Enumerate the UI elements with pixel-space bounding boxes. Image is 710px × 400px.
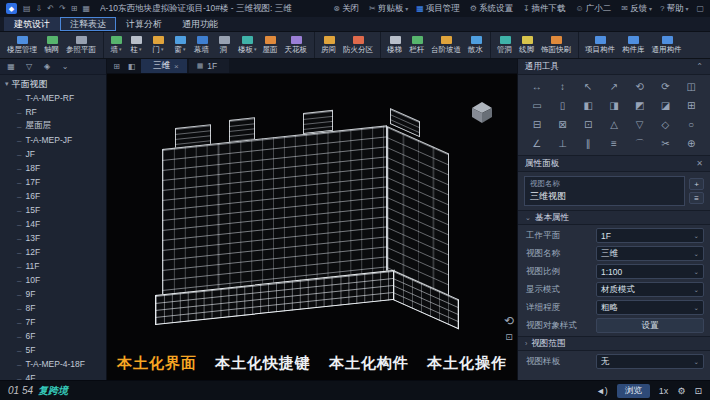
quick-tool-icon[interactable]: ↶ [47,4,54,13]
ribbon-tool-button[interactable]: 门 ▾ [147,32,169,58]
modify-tool-icon[interactable]: ▯ [550,97,576,114]
viewport-mode-icon[interactable]: ⊡ [505,332,513,342]
ribbon-tool-button[interactable]: 散水 [465,32,487,58]
modify-tool-icon[interactable]: ⟳ [653,78,679,95]
view-layout-icon[interactable]: ◧ [124,59,139,73]
property-value-control[interactable]: 三维 ⌄ [596,246,704,261]
property-value-control[interactable]: 粗略 ⌄ [596,300,704,315]
ribbon-tool-button[interactable]: 防火分区 [340,32,377,58]
tree-item-floor[interactable]: ‒ 13F [0,231,106,245]
window-restore-icon[interactable]: ▢ [696,4,704,13]
tree-item-floor[interactable]: ‒ 17F [0,175,106,189]
view-range-section[interactable]: › 视图范围 [518,336,710,351]
titlebar-menu-item[interactable]: ⊗ 关闭 [333,3,361,15]
titlebar-menu-item[interactable]: ☺ 广小二 [576,3,614,15]
quick-tool-icon[interactable]: ▦ [82,4,90,13]
ribbon-tab[interactable]: 建筑设计 [4,17,60,31]
browser-tool-icon[interactable]: ◈ [39,60,55,73]
titlebar-menu-item[interactable]: ▦ 项目管理 [416,3,462,15]
fullscreen-icon[interactable]: ⊡ [694,386,702,396]
modify-tool-icon[interactable]: ◩ [627,97,653,114]
close-icon[interactable]: ✕ [696,159,703,168]
tree-item-floor[interactable]: ‒ 屋面层 [0,119,106,133]
list-button[interactable]: ≡ [689,192,704,204]
modify-tool-icon[interactable]: ⊠ [550,116,576,133]
close-icon[interactable]: × [174,62,179,71]
tree-item-floor[interactable]: ‒ RF [0,105,106,119]
quick-tool-icon[interactable]: ↷ [59,4,66,13]
tree-root-plan-views[interactable]: ▾ 平面视图 [0,77,106,91]
tree-item-floor[interactable]: ‒ 18F [0,161,106,175]
quick-tool-icon[interactable]: ⇩ [36,4,43,13]
modify-tool-icon[interactable]: ◧ [575,97,601,114]
modify-tool-icon[interactable]: ⊥ [550,135,576,152]
tree-item-floor[interactable]: ‒ 10F [0,273,106,287]
property-value-control[interactable]: 材质模式 ⌄ [596,282,704,297]
ribbon-tool-button[interactable]: 房间 [314,32,340,58]
modify-tool-icon[interactable]: ↗ [601,78,627,95]
modify-tool-icon[interactable]: ▭ [524,97,550,114]
ribbon-tool-button[interactable]: 构件库 [619,32,649,58]
tree-item-floor[interactable]: ‒ 11F [0,259,106,273]
modify-tool-icon[interactable]: ≡ [601,135,627,152]
common-tools-header[interactable]: 通用工具 ⌃ [518,59,710,75]
modify-tool-icon[interactable]: ✂ [653,135,679,152]
quick-tool-icon[interactable]: ⊞ [71,4,78,13]
browser-tool-icon[interactable]: ▽ [21,60,37,73]
ribbon-tool-button[interactable]: 洞 [213,32,235,58]
tree-item-floor[interactable]: ‒ 7F [0,315,106,329]
modify-tool-icon[interactable]: ○ [678,116,704,133]
ribbon-tool-button[interactable]: 楼板 ▾ [235,32,260,58]
tree-item-floor[interactable]: ‒ T-A-MEP-4-18F [0,357,106,371]
ribbon-tool-button[interactable]: 管洞 [490,32,516,58]
ribbon-tab[interactable]: 注释表达 [60,17,116,31]
titlebar-menu-item[interactable]: ✉ 反馈 ▾ [621,3,652,15]
ribbon-tool-button[interactable]: 项目构件 [578,32,619,58]
ribbon-tool-button[interactable]: 柱 ▾ [125,32,147,58]
tree-item-floor[interactable]: ‒ 8F [0,301,106,315]
view-layout-icon[interactable]: ⊞ [109,59,124,73]
modify-tool-icon[interactable]: ↕ [550,78,576,95]
tree-item-floor[interactable]: ‒ 4F [0,371,106,380]
modify-tool-icon[interactable]: ◨ [601,97,627,114]
view-selector[interactable]: 视图名称 三维视图 [524,176,685,206]
tree-item-floor[interactable]: ‒ T-A-MEP-RF [0,91,106,105]
modify-tool-icon[interactable]: ↖ [575,78,601,95]
add-button[interactable]: + [689,178,704,190]
settings-icon[interactable]: ⚙ [677,386,685,396]
tree-item-floor[interactable]: ‒ 6F [0,329,106,343]
modify-tool-icon[interactable]: ⊕ [678,135,704,152]
ribbon-tool-button[interactable]: 屋面 [260,32,282,58]
ribbon-tool-button[interactable]: 幕墙 [191,32,213,58]
ribbon-tool-button[interactable]: 饰面快刷 [538,32,575,58]
tree-item-floor[interactable]: ‒ T-A-MEP-JF [0,133,106,147]
properties-panel-header[interactable]: 属性面板 ✕ [518,156,710,172]
modify-tool-icon[interactable]: ⊡ [575,116,601,133]
ribbon-tool-button[interactable]: 台阶坡道 [428,32,465,58]
speed-label[interactable]: 1x [659,386,669,396]
ribbon-tool-button[interactable]: 墙 ▾ [103,32,125,58]
ribbon-tab[interactable]: 计算分析 [116,17,172,31]
collapse-icon[interactable]: ⌃ [696,62,703,71]
modify-tool-icon[interactable]: ⊞ [678,97,704,114]
ribbon-tool-button[interactable]: 窗 ▾ [169,32,191,58]
quick-tool-icon[interactable]: ▤ [23,4,31,13]
titlebar-menu-item[interactable]: ⚙ 系统设置 [470,3,515,15]
view-tab[interactable]: ▦ 1F [189,59,230,73]
view-cube-icon[interactable] [469,100,495,124]
ribbon-tool-button[interactable]: 栏杆 [406,32,428,58]
tree-item-floor[interactable]: ‒ 5F [0,343,106,357]
tree-item-floor[interactable]: ‒ 15F [0,203,106,217]
modify-tool-icon[interactable]: ⌒ [627,135,653,152]
modify-tool-icon[interactable]: ◫ [678,78,704,95]
titlebar-menu-item[interactable]: ↧ 插件下载 [523,3,568,15]
modify-tool-icon[interactable]: ⊟ [524,116,550,133]
property-value-control[interactable]: 无 ⌄ [596,354,704,369]
browse-button[interactable]: 浏览 [617,384,650,398]
ribbon-tool-button[interactable]: 天花板 [282,32,312,58]
modify-tool-icon[interactable]: ▽ [627,116,653,133]
property-value-control[interactable]: 设置 [596,318,704,333]
ribbon-tool-button[interactable]: 通用构件 [649,32,686,58]
tree-item-floor[interactable]: ‒ 14F [0,217,106,231]
modify-tool-icon[interactable]: ⟲ [627,78,653,95]
